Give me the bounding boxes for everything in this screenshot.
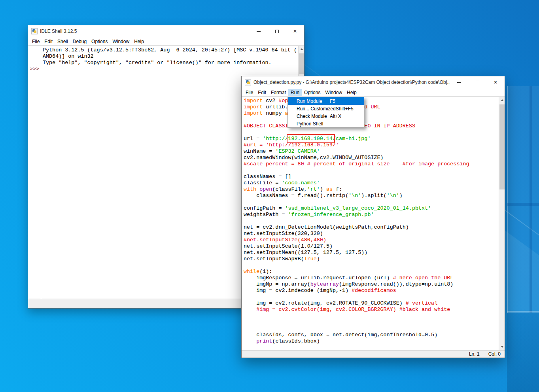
code-line [244, 167, 505, 174]
shell-output-line: Type "help", "copyright", "credits" or "… [43, 60, 304, 66]
idle-file-icon [245, 79, 251, 85]
code-line [244, 326, 505, 332]
editor-text-area[interactable]: import cv2 #opencv libraryimport urllib.… [242, 97, 505, 350]
code-line: configPath = 'ssd_mobilenet_v3_large_coc… [244, 205, 505, 212]
editor-window: Object_detection.py.py - G:\Arduino proj… [241, 76, 505, 358]
editor-maximize-button[interactable] [468, 76, 486, 88]
menu-options[interactable]: Options [302, 89, 323, 96]
menu-help[interactable]: Help [344, 89, 359, 96]
code-line: imgNp = np.array(bytearray(imgResponse.r… [244, 281, 505, 288]
code-line: net = cv2.dnn_DetectionModel(weightsPath… [244, 224, 505, 231]
scroll-down-icon[interactable] [499, 343, 505, 350]
menu-item-label: Check Module [288, 114, 330, 119]
code-line: img = cv2.imdecode (imgNp,-1) #decodific… [244, 288, 505, 294]
menu-file[interactable]: File [243, 89, 255, 96]
shell-minimize-button[interactable] [250, 25, 268, 37]
editor-window-title: Object_detection.py.py - G:\Arduino proj… [253, 80, 450, 85]
editor-scrollbar[interactable] [499, 97, 505, 350]
code-line: classIds, confs, bbox = net.detect(img,c… [244, 332, 505, 338]
code-line [244, 319, 505, 326]
editor-close-button[interactable]: ✕ [486, 76, 505, 88]
windows-logo-vertical-line [530, 86, 532, 313]
menu-format[interactable]: Format [269, 89, 288, 96]
code-line: classNames = f.read().rstrip('\n').split… [244, 193, 505, 199]
scroll-up-icon[interactable] [299, 46, 304, 53]
minimize-icon [457, 82, 461, 83]
code-line: net.setInputMean((127.5, 127.5, 127.5)) [244, 250, 505, 256]
shell-menubar: FileEditShellDebugOptionsWindowHelp [28, 37, 304, 45]
code-line: imgResponse = urllib.request.urlopen (ur… [244, 275, 505, 281]
wallpaper-lower-right [507, 312, 539, 392]
editor-statusbar: Ln: 1 Col: 0 [242, 350, 505, 358]
status-line-indicator: Ln: 1 [469, 351, 480, 357]
maximize-icon [476, 81, 479, 84]
code-line [244, 117, 505, 123]
code-line [244, 199, 505, 205]
menu-file[interactable]: File [30, 38, 42, 45]
shell-output-line: AMD64)] on win32 [43, 53, 304, 60]
code-line: net.setInputScale(1.0/127.5) [244, 243, 505, 250]
code-editor-content[interactable]: import cv2 #opencv libraryimport urllib.… [242, 97, 505, 345]
menu-item-label: Python Shell [288, 121, 330, 127]
code-line: #img = cv2.cvtColor(img, cv2.COLOR_BGR2G… [244, 307, 505, 313]
editor-titlebar[interactable]: Object_detection.py.py - G:\Arduino proj… [242, 76, 505, 88]
menu-item-label: Run... Customized [288, 106, 336, 112]
menu-item-accelerator: Alt+X [330, 114, 341, 119]
code-line: classFile = 'coco.names' [244, 180, 505, 186]
scroll-up-icon[interactable] [499, 97, 505, 104]
menu-help[interactable]: Help [132, 38, 146, 45]
shell-titlebar[interactable]: IDLE Shell 3.12.5 ✕ [28, 25, 304, 37]
menu-run[interactable]: Run [288, 89, 302, 96]
code-line: img = cv2.rotate(img, cv2.ROTATE_90_CLOC… [244, 300, 505, 307]
menu-debug[interactable]: Debug [70, 38, 89, 45]
code-line: cv2.namedWindow(winName,cv2.WINDOW_AUTOS… [244, 155, 505, 161]
code-line: #scale_percent = 80 # percent of origina… [244, 161, 505, 167]
shell-close-button[interactable]: ✕ [286, 25, 304, 37]
run-menu-item-run-module[interactable]: Run ModuleF5 [288, 97, 364, 105]
editor-menubar: FileEditFormatRunOptionsWindowHelp [242, 88, 505, 97]
code-line: net.setInputSwapRB(True) [244, 256, 505, 262]
code-line: print(classIds,bbox) [244, 338, 505, 345]
menu-item-accelerator: F5 [330, 98, 335, 104]
code-line: with open(classFile,'rt') as f: [244, 186, 505, 193]
shell-scrollbar-thumb[interactable] [299, 53, 304, 74]
shell-window-title: IDLE Shell 3.12.5 [40, 28, 250, 34]
menu-window[interactable]: Window [323, 89, 344, 96]
idle-app-icon [31, 28, 38, 34]
run-menu-item-run-customized[interactable]: Run... CustomizedShift+F5 [288, 105, 364, 112]
code-line: classNames = [] [244, 174, 505, 180]
code-line: while(1): [244, 269, 505, 275]
code-line: weightsPath = 'frozen_inference_graph.pb… [244, 212, 505, 218]
run-menu-item-python-shell[interactable]: Python Shell [288, 120, 364, 127]
menu-window[interactable]: Window [110, 38, 132, 45]
editor-scrollbar-thumb[interactable] [499, 104, 505, 189]
menu-item-accelerator: Shift+F5 [336, 106, 354, 112]
windows-logo-horizontal-line [507, 203, 539, 206]
menu-options[interactable]: Options [89, 38, 110, 45]
shell-output-line: Python 3.12.5 (tags/v3.12.5:ff3bc82, Aug… [43, 47, 304, 53]
menu-edit[interactable]: Edit [255, 89, 269, 96]
close-icon: ✕ [293, 29, 297, 34]
shell-maximize-button[interactable] [268, 25, 286, 37]
code-line [244, 129, 505, 136]
code-line: import urllib.request #to open and read … [244, 104, 505, 110]
status-col-indicator: Col: 0 [488, 351, 501, 357]
code-line [244, 262, 505, 269]
menu-edit[interactable]: Edit [42, 38, 55, 45]
windows-logo-pane [507, 86, 539, 313]
run-menu-dropdown: Run ModuleF5Run... CustomizedShift+F5Che… [287, 97, 364, 128]
code-line: winName = 'ESP32 CAMERA' [244, 148, 505, 155]
code-line: import cv2 #opencv library [244, 98, 505, 104]
code-line [244, 218, 505, 224]
menu-shell[interactable]: Shell [55, 38, 70, 45]
code-line: #OBJECT CLASSIFICATION WITH CAMERA VIDEO… [244, 123, 505, 129]
editor-minimize-button[interactable] [450, 76, 468, 88]
menu-item-label: Run Module [288, 98, 330, 104]
code-line: #net.setInputSize(480,480) [244, 237, 505, 243]
run-menu-item-check-module[interactable]: Check ModuleAlt+X [288, 112, 364, 120]
maximize-icon [275, 30, 279, 33]
code-line: url = 'http://192.168.100.14/cam-hi.jpg' [244, 136, 505, 142]
code-line [244, 294, 505, 300]
code-line [244, 313, 505, 319]
code-line: import numpy as np [244, 110, 505, 117]
